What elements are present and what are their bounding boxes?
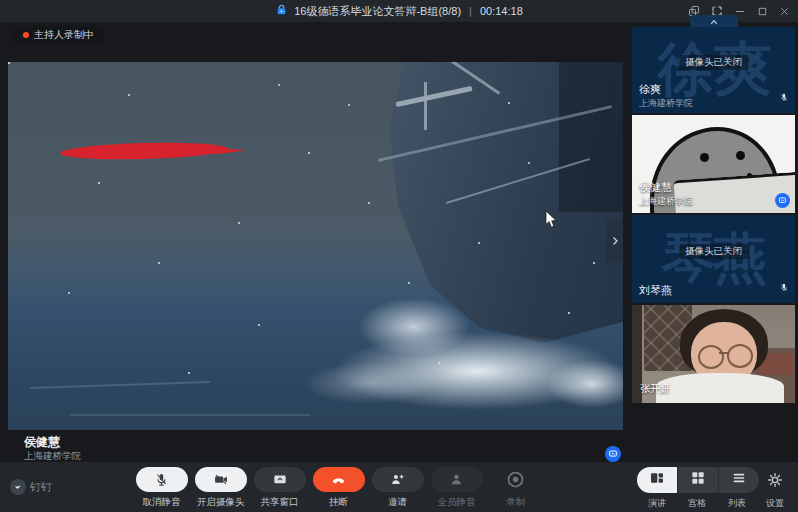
recording-dot-icon <box>23 32 29 38</box>
participant-tile-xushuang[interactable]: 徐爽 摄像头已关闭 徐爽 上海建桥学院 <box>632 27 795 113</box>
view-list-label: 列表 <box>717 497 757 510</box>
record-label: 录制 <box>506 496 525 509</box>
mic-muted-icon <box>779 280 789 298</box>
record-button[interactable]: 录制 <box>486 467 545 509</box>
view-grid-button[interactable] <box>677 467 718 493</box>
settings-label: 设置 <box>766 497 784 510</box>
participant-name: 徐爽 <box>639 82 661 97</box>
camera-off-label: 摄像头已关闭 <box>679 55 748 70</box>
hangup-label: 挂断 <box>329 496 348 509</box>
call-controls: 取消静音 开启摄像头 共享窗口 挂断 <box>132 467 545 509</box>
share-window-icon[interactable] <box>254 467 306 492</box>
avatar-eye <box>736 151 745 160</box>
view-speaker-label: 演讲 <box>637 497 677 510</box>
hangup-button[interactable]: 挂断 <box>309 467 368 509</box>
list-view-icon <box>731 470 747 490</box>
mute-all-label: 全员静音 <box>438 496 476 509</box>
participant-name: 侯健慧 <box>639 180 672 195</box>
webcam-glasses <box>698 345 724 369</box>
view-mode-labels: 演讲 宫格 列表 <box>637 497 757 510</box>
camera-off-icon[interactable] <box>195 467 247 492</box>
mute-label: 取消静音 <box>143 496 181 509</box>
meeting-title: 16级德语系毕业论文答辩-B组(8/8) <box>294 4 461 19</box>
ship-mast-graphic <box>424 82 427 130</box>
presenter-name: 侯健慧 <box>24 434 60 451</box>
snow-particles <box>8 62 10 64</box>
camera-label: 开启摄像头 <box>197 496 245 509</box>
webcam-person-shirt <box>656 373 784 403</box>
screen-share-icon <box>775 193 790 208</box>
invite-button[interactable]: 邀请 <box>368 467 427 509</box>
shared-screen-video[interactable] <box>8 62 623 430</box>
participant-tile-liuqinyan[interactable]: 琴燕 摄像头已关闭 刘琴燕 <box>632 215 795 303</box>
recording-label: 主持人录制中 <box>34 28 94 42</box>
mic-muted-icon <box>779 90 789 108</box>
maximize-icon[interactable] <box>757 6 768 17</box>
wave-streak <box>70 414 310 416</box>
mute-all-person-icon[interactable] <box>431 467 483 492</box>
title-bar: 16级德语系毕业论文答辩-B组(8/8) | 00:14:18 <box>0 0 798 22</box>
lock-icon <box>275 4 288 19</box>
dingtalk-logo: 钉钉 <box>10 479 52 495</box>
share-window-label: 共享窗口 <box>261 496 299 509</box>
title-divider: | <box>469 5 472 17</box>
meeting-window: 16级德语系毕业论文答辩-B组(8/8) | 00:14:18 主持人录制中 <box>0 0 798 512</box>
share-window-button[interactable]: 共享窗口 <box>250 467 309 509</box>
ship-stern-graphic <box>559 62 623 212</box>
gear-icon[interactable] <box>767 467 783 493</box>
dingtalk-wing-icon <box>10 479 26 495</box>
camera-off-label: 摄像头已关闭 <box>679 244 748 259</box>
mute-all-button[interactable]: 全员静音 <box>427 467 486 509</box>
dingtalk-label: 钉钉 <box>30 480 52 495</box>
view-mode-switcher <box>637 467 759 493</box>
view-speaker-button[interactable] <box>637 467 677 493</box>
meeting-timer: 00:14:18 <box>480 5 523 17</box>
webcam-glasses-bridge <box>719 352 728 354</box>
invite-person-icon[interactable] <box>372 467 424 492</box>
next-page-chevron[interactable] <box>606 220 623 262</box>
recording-badge: 主持人录制中 <box>14 26 103 43</box>
screen-share-icon <box>605 446 621 462</box>
participant-sharing-indicator <box>775 193 790 208</box>
mic-muted-icon[interactable] <box>136 467 188 492</box>
settings-button[interactable]: 设置 <box>757 467 793 510</box>
participant-org: 上海建桥学院 <box>639 195 693 208</box>
invite-label: 邀请 <box>388 496 407 509</box>
grid-view-icon <box>690 470 706 490</box>
sea-spray <box>358 298 470 356</box>
view-list-button[interactable] <box>718 467 759 493</box>
red-annotation-mark <box>60 141 228 161</box>
hangup-icon[interactable] <box>313 467 365 492</box>
view-grid-label: 宫格 <box>677 497 717 510</box>
presenter-sharing-indicator <box>605 446 621 462</box>
name-watermark: 琴燕 <box>662 223 766 296</box>
participant-name: 刘琴燕 <box>639 283 672 298</box>
mute-button[interactable]: 取消静音 <box>132 467 191 509</box>
avatar-eye <box>700 153 709 162</box>
bottom-toolbar: 钉钉 取消静音 开启摄像头 共享窗口 <box>0 462 798 512</box>
mouse-cursor <box>545 210 557 233</box>
record-icon[interactable] <box>490 467 542 492</box>
wave-streak <box>30 381 210 389</box>
speaker-view-icon <box>649 470 665 490</box>
participant-name: 张开妍 <box>640 382 670 396</box>
camera-button[interactable]: 开启摄像头 <box>191 467 250 509</box>
participant-tile-houjianhui[interactable]: 侯健慧 上海建桥学院 <box>632 115 795 213</box>
participant-org: 上海建桥学院 <box>639 97 693 110</box>
participant-tile-zhangkaiyan[interactable]: 张开妍 <box>632 305 795 403</box>
close-icon[interactable] <box>779 6 790 17</box>
webcam-glasses <box>727 344 753 368</box>
